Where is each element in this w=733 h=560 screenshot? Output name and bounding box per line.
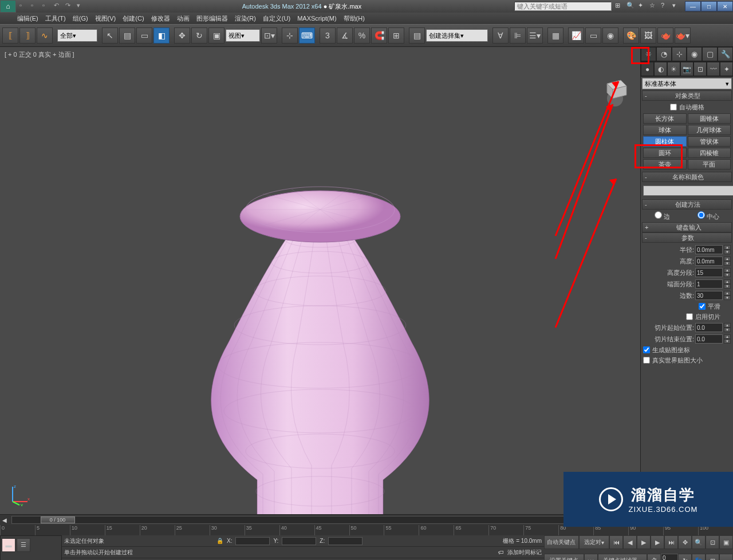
auto-grid-checkbox[interactable] bbox=[670, 104, 677, 111]
obj-teapot-button[interactable]: 茶壶 bbox=[643, 159, 687, 169]
listener-more[interactable]: ☰ bbox=[17, 538, 30, 552]
menu-customize[interactable]: 自定义(U) bbox=[263, 14, 290, 23]
star-icon[interactable]: ☆ bbox=[649, 2, 659, 11]
obj-plane-button[interactable]: 平面 bbox=[688, 159, 731, 169]
nav-fov-button[interactable]: ⊡ bbox=[706, 535, 719, 549]
time-slider-thumb[interactable]: 0 / 100 bbox=[41, 516, 75, 523]
menu-maxscript[interactable]: MAXScript(M) bbox=[297, 15, 336, 22]
spin-down[interactable]: ▼ bbox=[724, 284, 731, 289]
named-selset-dropdown[interactable]: 创建选择集▾ bbox=[426, 29, 488, 42]
angle-snap-icon[interactable]: ∡ bbox=[337, 27, 353, 44]
material-editor-icon[interactable]: ◉ bbox=[602, 27, 618, 44]
cseg-spinner[interactable] bbox=[695, 279, 723, 289]
window-crossing-icon[interactable]: ◧ bbox=[153, 27, 170, 44]
spin-down[interactable]: ▼ bbox=[724, 250, 731, 254]
menu-views[interactable]: 视图(V) bbox=[95, 14, 116, 23]
z-input[interactable] bbox=[328, 537, 362, 545]
qat-more-icon[interactable]: ▾ bbox=[77, 2, 86, 11]
schematic-icon[interactable]: ▭ bbox=[585, 27, 601, 44]
render-setup-icon[interactable]: 🎨 bbox=[623, 27, 639, 44]
rollout-name-color[interactable]: -名称和颜色 bbox=[642, 172, 732, 182]
play-button[interactable]: ▶ bbox=[637, 535, 651, 549]
maximize-button[interactable]: □ bbox=[701, 1, 717, 11]
subtab-spacewarps[interactable]: 〰 bbox=[707, 62, 720, 76]
goto-end-button[interactable]: ⏭ bbox=[664, 535, 678, 549]
height-spinner[interactable] bbox=[695, 257, 723, 266]
named-selset-icon[interactable]: ▤ bbox=[409, 27, 425, 44]
menu-grapheditors[interactable]: 图形编辑器 bbox=[196, 14, 228, 23]
selection-filter-dropdown[interactable]: 全部▾ bbox=[57, 29, 97, 42]
tab-hierarchy[interactable]: ⊹ bbox=[672, 47, 687, 61]
tag-icon[interactable]: 🏷 bbox=[498, 549, 504, 555]
menu-edit[interactable]: 编辑(E) bbox=[17, 14, 38, 23]
subtab-helpers[interactable]: ⊡ bbox=[693, 62, 707, 76]
spin-up[interactable]: ▲ bbox=[724, 257, 731, 261]
gen-mapping-checkbox[interactable] bbox=[643, 346, 650, 353]
obj-geosphere-button[interactable]: 几何球体 bbox=[688, 125, 731, 135]
tab-motion[interactable]: ◉ bbox=[687, 47, 702, 61]
set-key-button[interactable]: 设置关键点 bbox=[544, 554, 584, 560]
tab-modify[interactable]: ◔ bbox=[656, 47, 672, 61]
rendered-frame-icon[interactable]: 🖼 bbox=[640, 27, 656, 44]
pin-icon[interactable]: ✦ bbox=[638, 2, 647, 11]
spin-up[interactable]: ▲ bbox=[724, 323, 731, 328]
spin-down[interactable]: ▼ bbox=[724, 339, 731, 344]
spin-up[interactable]: ▲ bbox=[724, 291, 731, 295]
nav-walk-button[interactable]: 👣 bbox=[692, 554, 706, 560]
listener-icon[interactable]: ▬ bbox=[2, 538, 15, 552]
menu-group[interactable]: 组(G) bbox=[73, 14, 88, 23]
app-icon[interactable]: ⌂ bbox=[0, 0, 16, 13]
auto-key-button[interactable]: 自动关键点 bbox=[544, 535, 579, 549]
key-filters-button[interactable]: 关键点过滤器... bbox=[598, 554, 647, 560]
open-icon[interactable]: ▫ bbox=[31, 2, 40, 11]
move-icon[interactable]: ✥ bbox=[174, 27, 190, 44]
scale-icon[interactable]: ▣ bbox=[208, 27, 224, 44]
select-icon[interactable]: ↖ bbox=[102, 27, 118, 44]
minimize-button[interactable]: — bbox=[685, 1, 701, 11]
radio-edge[interactable]: 边 bbox=[655, 211, 670, 221]
edged-faces-icon[interactable]: ⊞ bbox=[388, 27, 404, 44]
spin-down[interactable]: ▼ bbox=[724, 273, 731, 277]
spin-up[interactable]: ▲ bbox=[724, 279, 731, 284]
rollout-parameters[interactable]: -参数 bbox=[642, 232, 732, 243]
bind-icon[interactable]: ∿ bbox=[37, 27, 53, 44]
obj-cone-button[interactable]: 圆锥体 bbox=[688, 113, 731, 124]
nav-pan-button[interactable]: ✥ bbox=[678, 535, 692, 549]
menu-animation[interactable]: 动画 bbox=[177, 14, 190, 23]
real-world-checkbox[interactable] bbox=[643, 357, 650, 364]
menu-tools[interactable]: 工具(T) bbox=[45, 14, 66, 23]
nav-region-button[interactable]: ▣ bbox=[719, 535, 733, 549]
menu-rendering[interactable]: 渲染(R) bbox=[235, 14, 256, 23]
rollout-object-type[interactable]: -对象类型 bbox=[642, 90, 732, 101]
subtab-geometry[interactable]: ● bbox=[641, 62, 654, 76]
time-config-button[interactable]: ⏱ bbox=[647, 554, 661, 560]
slice-to-spinner[interactable] bbox=[695, 334, 723, 344]
align-icon[interactable]: ⊫ bbox=[510, 27, 526, 44]
spin-up[interactable]: ▲ bbox=[724, 334, 731, 339]
geometry-type-dropdown[interactable]: 标准基本体▾ bbox=[642, 78, 732, 89]
subtab-lights[interactable]: ☀ bbox=[667, 62, 680, 76]
spin-down[interactable]: ▼ bbox=[724, 295, 731, 300]
link-icon[interactable]: ⟦ bbox=[2, 27, 18, 44]
spin-down[interactable]: ▼ bbox=[724, 261, 731, 266]
obj-sphere-button[interactable]: 球体 bbox=[643, 125, 687, 135]
y-input[interactable] bbox=[282, 537, 316, 545]
add-time-tag[interactable]: 添加时间标记 bbox=[507, 549, 542, 557]
obj-box-button[interactable]: 长方体 bbox=[643, 113, 687, 124]
goto-start-button[interactable]: ⏮ bbox=[609, 535, 623, 549]
obj-cylinder-button[interactable]: 圆柱体 bbox=[643, 136, 687, 147]
manipulate-icon[interactable]: ⊹ bbox=[282, 27, 298, 44]
quick-render-icon[interactable]: 🫖▾ bbox=[675, 27, 691, 44]
next-frame-button[interactable]: ▶ bbox=[651, 535, 664, 549]
select-name-icon[interactable]: ▤ bbox=[119, 27, 135, 44]
nav-zoom-button[interactable]: 🔍 bbox=[692, 535, 706, 549]
percent-snap-icon[interactable]: % bbox=[354, 27, 370, 44]
menu-help[interactable]: 帮助(H) bbox=[344, 14, 365, 23]
slice-on-checkbox[interactable] bbox=[686, 313, 693, 320]
tab-create[interactable]: ✳ bbox=[641, 47, 656, 61]
refcoord-dropdown[interactable]: 视图▾ bbox=[226, 29, 260, 42]
tab-utilities[interactable]: 🔧 bbox=[718, 47, 733, 61]
object-name-input[interactable] bbox=[643, 186, 733, 196]
menu-modifiers[interactable]: 修改器 bbox=[151, 14, 170, 23]
lock-icon[interactable]: 🔒 bbox=[216, 538, 223, 544]
